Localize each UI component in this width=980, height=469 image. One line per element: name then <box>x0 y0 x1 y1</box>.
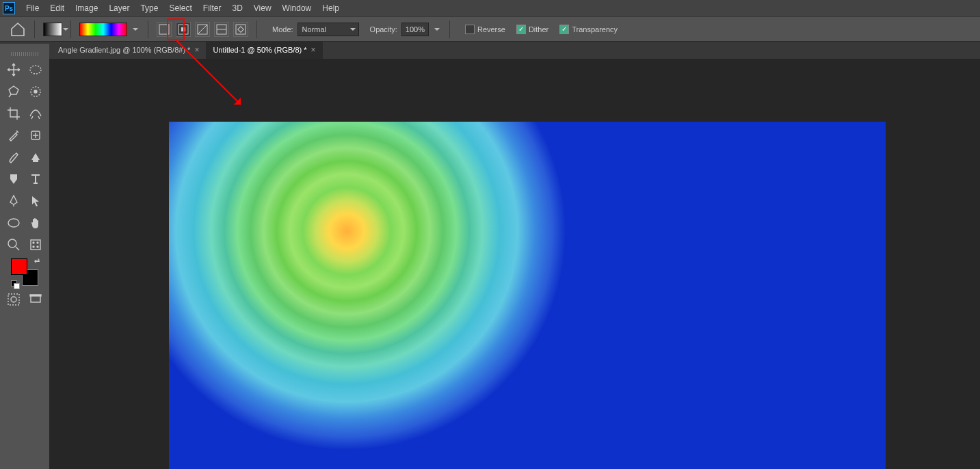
svg-point-8 <box>30 66 41 74</box>
color-swatches[interactable]: ⇄ <box>11 258 38 286</box>
crop-tool[interactable] <box>5 105 22 122</box>
svg-rect-19 <box>8 294 19 305</box>
quick-mask-tool[interactable] <box>5 291 22 308</box>
menu-window[interactable]: Window <box>277 3 317 13</box>
pen-tool[interactable] <box>5 193 22 209</box>
menu-filter[interactable]: Filter <box>198 3 227 13</box>
svg-point-17 <box>33 246 34 247</box>
tools-panel: ⇄ <box>0 44 49 469</box>
close-icon[interactable]: × <box>311 45 316 55</box>
gradient-artwork <box>169 122 566 450</box>
mode-label: Mode: <box>272 25 293 34</box>
tab-label: Angle Gradient.jpg @ 100% (RGB/8#) * <box>58 46 190 54</box>
menu-view[interactable]: View <box>248 3 277 13</box>
artboard[interactable] <box>169 122 886 469</box>
svg-rect-2 <box>181 27 185 31</box>
svg-rect-22 <box>30 295 41 296</box>
menu-3d[interactable]: 3D <box>226 3 248 13</box>
opacity-caret[interactable] <box>433 23 441 36</box>
svg-rect-0 <box>159 25 169 34</box>
canvas-area[interactable] <box>49 59 980 469</box>
eyedropper-tool[interactable] <box>5 127 22 144</box>
tool-preset-picker[interactable] <box>43 23 62 36</box>
svg-point-20 <box>11 297 16 302</box>
svg-point-23 <box>169 122 566 450</box>
swap-colors-icon[interactable]: ⇄ <box>34 257 40 265</box>
hand-tool[interactable] <box>27 215 44 231</box>
panel-grip[interactable] <box>11 52 38 56</box>
divider <box>256 21 257 38</box>
opacity-input[interactable]: 100% <box>401 23 429 36</box>
mode-value: Normal <box>302 25 326 34</box>
tab-label: Untitled-1 @ 50% (RGB/8) * <box>213 46 306 54</box>
menu-image[interactable]: Image <box>70 3 103 13</box>
lasso-tool[interactable] <box>5 83 22 100</box>
home-icon[interactable] <box>10 21 26 38</box>
gradient-type-reflected[interactable] <box>214 22 229 37</box>
document-tab[interactable]: Angle Gradient.jpg @ 100% (RGB/8#) * × <box>51 41 206 59</box>
brush-tool[interactable] <box>5 149 22 165</box>
foreground-color[interactable] <box>11 258 27 275</box>
divider <box>70 21 71 38</box>
gradient-type-radial[interactable] <box>176 22 191 37</box>
checkbox-icon <box>516 25 526 34</box>
divider <box>34 21 35 38</box>
opacity-label: Opacity: <box>370 25 397 34</box>
screen-mode-tool[interactable] <box>27 291 44 308</box>
svg-rect-7 <box>238 26 243 31</box>
svg-point-16 <box>37 242 38 243</box>
gradient-type-linear[interactable] <box>157 22 172 37</box>
gradient-picker-caret[interactable] <box>131 23 140 36</box>
edit-toolbar[interactable] <box>27 237 44 253</box>
opacity-value: 100% <box>406 25 425 34</box>
svg-point-10 <box>34 90 37 93</box>
clone-stamp-tool[interactable] <box>27 149 44 165</box>
shape-tool[interactable] <box>5 215 22 231</box>
options-bar: Mode: Normal Opacity: 100% Reverse Dithe… <box>0 16 980 41</box>
svg-rect-14 <box>31 240 40 250</box>
checkbox-icon <box>465 25 475 34</box>
menu-type[interactable]: Type <box>135 3 163 13</box>
gradient-type-diamond[interactable] <box>233 22 248 37</box>
default-colors-icon[interactable] <box>11 280 21 287</box>
reverse-checkbox[interactable]: Reverse <box>465 25 505 34</box>
menu-select[interactable]: Select <box>163 3 197 13</box>
mode-select[interactable]: Normal <box>297 23 359 36</box>
menu-layer[interactable]: Layer <box>103 3 135 13</box>
divider <box>449 21 450 38</box>
transparency-checkbox[interactable]: Transparency <box>559 25 618 34</box>
svg-point-13 <box>8 239 16 247</box>
gradient-picker[interactable] <box>79 23 127 36</box>
healing-brush-tool[interactable] <box>27 127 44 144</box>
quick-select-tool[interactable] <box>27 83 44 100</box>
svg-point-12 <box>8 219 19 227</box>
checkbox-icon <box>559 25 569 34</box>
document-tab[interactable]: Untitled-1 @ 50% (RGB/8) * × <box>206 41 322 59</box>
reverse-label: Reverse <box>477 25 505 34</box>
path-select-tool[interactable] <box>27 193 44 209</box>
document-tabs: Angle Gradient.jpg @ 100% (RGB/8#) * × U… <box>0 41 980 59</box>
frame-tool[interactable] <box>27 105 44 122</box>
menu-file[interactable]: File <box>21 3 44 13</box>
marquee-tool[interactable] <box>27 62 44 78</box>
zoom-tool[interactable] <box>5 237 22 253</box>
divider <box>148 21 148 38</box>
menu-edit[interactable]: Edit <box>44 3 70 13</box>
history-brush-tool[interactable] <box>5 171 22 187</box>
svg-point-18 <box>37 246 38 247</box>
app-logo: Ps <box>3 2 15 14</box>
gradient-type-angle[interactable] <box>195 22 210 37</box>
move-tool[interactable] <box>5 62 22 78</box>
dither-checkbox[interactable]: Dither <box>516 25 548 34</box>
svg-point-15 <box>33 242 34 243</box>
close-icon[interactable]: × <box>194 45 199 55</box>
menu-bar: Ps File Edit Image Layer Type Select Fil… <box>0 0 980 16</box>
type-tool[interactable] <box>27 171 44 187</box>
menu-help[interactable]: Help <box>317 3 345 13</box>
dither-label: Dither <box>529 25 548 34</box>
transparency-label: Transparency <box>572 25 618 34</box>
